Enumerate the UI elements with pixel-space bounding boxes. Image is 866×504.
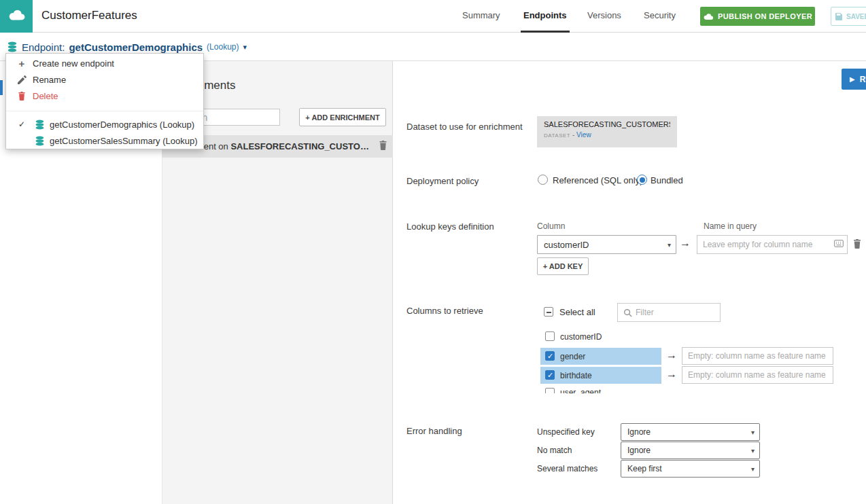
enrichment-item-dataset: SALESFORECASTING_CUSTO…	[230, 141, 368, 151]
app-title: CustomerFeatures	[41, 9, 137, 22]
run-button[interactable]: ▶ RU	[842, 69, 866, 90]
menu-endpoint-item[interactable]: getCustomerSalesSummary (Lookup)	[6, 132, 203, 149]
columns-list: customerID gender → birthdate → user_age…	[537, 327, 856, 393]
column-name[interactable]: birthdate	[560, 371, 592, 380]
menu-item-create-endpoint[interactable]: + Create new endpoint	[6, 55, 203, 71]
radio-referenced-label[interactable]: Referenced (SQL only)	[553, 175, 642, 185]
database-icon	[35, 120, 45, 130]
dataset-meta: DATASET - View	[544, 131, 670, 139]
unspecified-key-select[interactable]: Ignore ▾	[621, 423, 760, 441]
add-key-button[interactable]: + ADD KEY	[537, 257, 589, 275]
dataset-sep: -	[570, 131, 576, 139]
chevron-down-icon: ▾	[668, 241, 671, 249]
no-match-select[interactable]: Ignore ▾	[621, 442, 760, 459]
tab-label: Security	[644, 10, 676, 20]
add-key-label: + ADD KEY	[543, 262, 583, 270]
several-matches-label: Several matches	[537, 464, 597, 473]
column-name[interactable]: gender	[560, 352, 585, 361]
feature-name-input[interactable]	[682, 366, 833, 384]
app-logo[interactable]	[0, 0, 33, 33]
tab-label: Endpoints	[523, 10, 567, 20]
radio-bundled-label[interactable]: Bundled	[651, 175, 683, 185]
menu-item-delete[interactable]: Delete	[6, 88, 203, 104]
columns-label: Columns to retrieve	[406, 306, 483, 316]
endpoint-menu: + Create new endpoint Rename Delete ✓ ge…	[5, 53, 204, 149]
dataset-kind: DATASET	[544, 132, 570, 139]
column-row[interactable]	[540, 367, 661, 384]
filter-box	[617, 303, 721, 322]
pencil-icon	[17, 75, 27, 84]
endpoint-label: Endpoint:	[22, 41, 65, 53]
keyboard-icon[interactable]	[834, 240, 844, 247]
radio-referenced[interactable]	[538, 175, 548, 185]
database-icon	[35, 136, 45, 146]
menu-item-label: Rename	[33, 75, 66, 85]
column-name[interactable]: customerID	[560, 332, 602, 342]
radio-bundled[interactable]	[637, 175, 647, 185]
save-icon	[835, 13, 843, 20]
feature-name-input[interactable]	[682, 347, 833, 365]
arrow-right-icon: →	[680, 237, 691, 249]
tab-endpoints[interactable]: Endpoints	[521, 0, 570, 33]
dataset-label: Dataset to use for enrichment	[406, 122, 523, 132]
add-enrichment-button[interactable]: + ADD ENRICHMENT	[299, 108, 386, 126]
arrow-right-icon: →	[666, 349, 677, 361]
column-header: Column	[537, 221, 565, 231]
tab-security[interactable]: Security	[641, 0, 678, 33]
lookup-label: Lookup keys definition	[406, 221, 494, 232]
tab-summary[interactable]: Summary	[460, 0, 503, 33]
menu-endpoint-item[interactable]: ✓ getCustomerDemographics (Lookup)	[6, 116, 203, 132]
enrichment-trash-icon[interactable]	[379, 141, 387, 150]
chevron-down-icon: ▾	[751, 429, 755, 436]
chevron-down-icon: ▾	[751, 447, 755, 454]
arrow-right-icon: →	[666, 368, 677, 380]
select-all-label[interactable]: Select all	[559, 307, 595, 317]
chevron-down-icon: ▾	[751, 465, 755, 473]
column-select[interactable]: customerID ▾	[537, 235, 676, 254]
menu-endpoint-label: getCustomerDemographics (Lookup)	[50, 120, 194, 130]
view-link[interactable]: View	[576, 131, 591, 139]
endpoint-type: (Lookup)	[207, 42, 239, 52]
name-in-query-input[interactable]	[697, 235, 848, 254]
dataset-name: SALESFORECASTING_CUSTOMERS_I…	[544, 120, 670, 128]
trash-icon	[17, 92, 27, 101]
menu-item-label: Delete	[33, 91, 58, 101]
menu-separator	[6, 111, 203, 111]
dataset-chip[interactable]: SALESFORECASTING_CUSTOMERS_I… DATASET - …	[537, 116, 677, 147]
column-name[interactable]: user_agent	[560, 388, 601, 393]
filter-input[interactable]	[636, 304, 717, 321]
name-in-query-wrap	[697, 235, 848, 254]
add-enrichment-label: + ADD ENRICHMENT	[305, 113, 379, 122]
select-value: Keep first	[627, 464, 662, 473]
no-match-label: No match	[537, 446, 572, 455]
feature-name-wrap	[682, 347, 833, 365]
plus-icon: +	[17, 58, 27, 69]
column-checkbox[interactable]	[545, 331, 555, 341]
publish-on-deployer-button[interactable]: PUBLISH ON DEPLOYER	[700, 7, 815, 26]
play-icon: ▶	[850, 75, 855, 83]
column-row[interactable]	[540, 348, 661, 365]
cloud-icon	[703, 13, 714, 20]
tab-label: Versions	[587, 10, 621, 20]
column-checkbox[interactable]	[545, 388, 555, 393]
delete-key-trash-icon[interactable]	[853, 239, 861, 249]
several-matches-select[interactable]: Keep first ▾	[621, 460, 760, 478]
tab-versions[interactable]: Versions	[585, 0, 624, 33]
saved-button[interactable]: SAVED	[831, 7, 866, 26]
menu-item-label: Create new endpoint	[33, 58, 114, 69]
saved-label: SAVED	[846, 13, 866, 20]
unspecified-key-label: Unspecified key	[537, 427, 595, 437]
menu-item-rename[interactable]: Rename	[6, 71, 203, 88]
column-checkbox[interactable]	[545, 370, 555, 380]
deployment-label: Deployment policy	[406, 176, 479, 186]
column-checkbox[interactable]	[545, 351, 555, 361]
run-label: RU	[860, 75, 866, 84]
tab-label: Summary	[462, 10, 500, 20]
feature-name-wrap	[682, 366, 833, 384]
chevron-down-icon: ▾	[243, 43, 247, 52]
name-in-query-header: Name in query	[704, 221, 757, 231]
error-handling-label: Error handling	[406, 426, 462, 436]
search-icon	[623, 308, 632, 317]
menu-endpoint-label: getCustomerSalesSummary (Lookup)	[50, 136, 197, 146]
select-all-checkbox[interactable]	[544, 307, 553, 317]
